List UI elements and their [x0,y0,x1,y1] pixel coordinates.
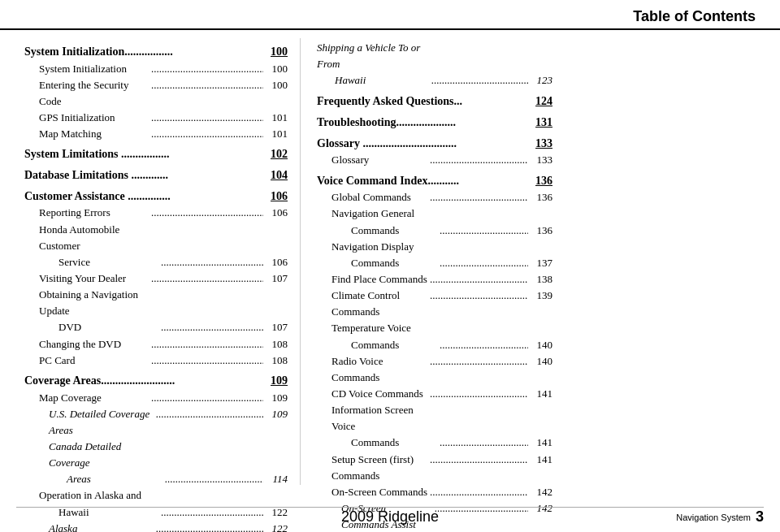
toc-row: Reporting Errors .......................… [24,205,288,221]
toc-row: Map Matching ...........................… [24,126,288,142]
toc-row: Entering the Security Code ......... 100 [24,77,288,110]
toc-row: Canada Detailed Coverage [24,439,288,471]
toc-row: U.S. Detailed Coverage Areas ....... 109 [24,406,288,439]
toc-row: Setup Screen (first) Commands ... 141 [317,452,552,484]
toc-row: Global Commands ....................... … [317,189,552,205]
left-column: System Initialization................. 1… [24,38,301,485]
toc-row: Shipping a Vehicle To or From [317,40,552,72]
toc-row: Hawaii .................................… [317,72,552,89]
toc-row: Temperature Voice [317,320,552,336]
toc-row: Troubleshooting..................... 131 [317,114,552,132]
toc-row: Climate Control Commands ......... 139 [317,288,552,320]
toc-row: PC Card ................................… [24,353,288,369]
page-header: Table of Contents [0,0,780,30]
toc-row: Changing the DVD .......................… [24,336,288,353]
toc-row: Coverage Areas..........................… [24,372,288,390]
toc-row: Customer Assistance ............... 106 [24,188,288,205]
footer-nav-label: Navigation System [676,513,751,522]
page-footer: 2009 Ridgeline [0,508,780,526]
toc-row: Areas ................................. … [24,471,288,487]
footer-nav: Navigation System 3 [676,508,764,526]
toc-row: Commands ...............................… [317,435,552,451]
toc-row: Commands ...............................… [317,255,552,271]
toc-row: GPS Initialization .....................… [24,110,288,126]
toc-row: Commands ...............................… [317,223,552,239]
toc-row: Radio Voice Commands .......... 140 [317,353,552,386]
toc-row: Glossary ...............................… [317,152,552,168]
footer-line [16,507,764,508]
toc-row: Find Place Commands ................. 13… [317,271,552,288]
toc-row: Obtaining a Navigation Update [24,287,288,319]
toc-row: Service ................................… [24,254,288,270]
toc-row: Visiting Your Dealer ...................… [24,270,288,287]
toc-row: Operation in Alaska and [24,487,288,504]
toc-row: Map Coverage ...........................… [24,390,288,406]
toc-row: Navigation General [317,205,552,222]
toc-row: Glossary ...............................… [317,135,552,153]
footer-page-number: 3 [756,508,764,526]
toc-row: Frequently Asked Questions... 124 [317,93,552,110]
footer-model: 2009 Ridgeline [341,508,439,526]
toc-row: System Initialization ..................… [24,61,288,77]
toc-row: Honda Automobile Customer [24,222,288,254]
toc-row: Voice Command Index........... 136 [317,172,552,190]
toc-row: Database Limitations ............. 104 [24,167,288,184]
toc-row: Information Screen Voice [317,402,552,435]
toc-row: DVD ................................... … [24,319,288,335]
toc-row: System Limitations ................. 102 [24,145,288,163]
page-container: Table of Contents System Initialization.… [0,0,780,532]
toc-row: On-Screen Commands ................. 142 [317,484,552,500]
right-column: Shipping a Vehicle To or From Hawaii ...… [301,38,552,485]
content-area: System Initialization................. 1… [0,30,780,485]
toc-row: System Initialization................. 1… [24,43,288,61]
toc-row: Navigation Display [317,239,552,255]
toc-row: Commands ...............................… [317,337,552,353]
toc-row: CD Voice Commands ................... 14… [317,386,552,402]
entry-text: System Initialization................. [24,43,263,61]
page-title: Table of Contents [633,8,756,25]
